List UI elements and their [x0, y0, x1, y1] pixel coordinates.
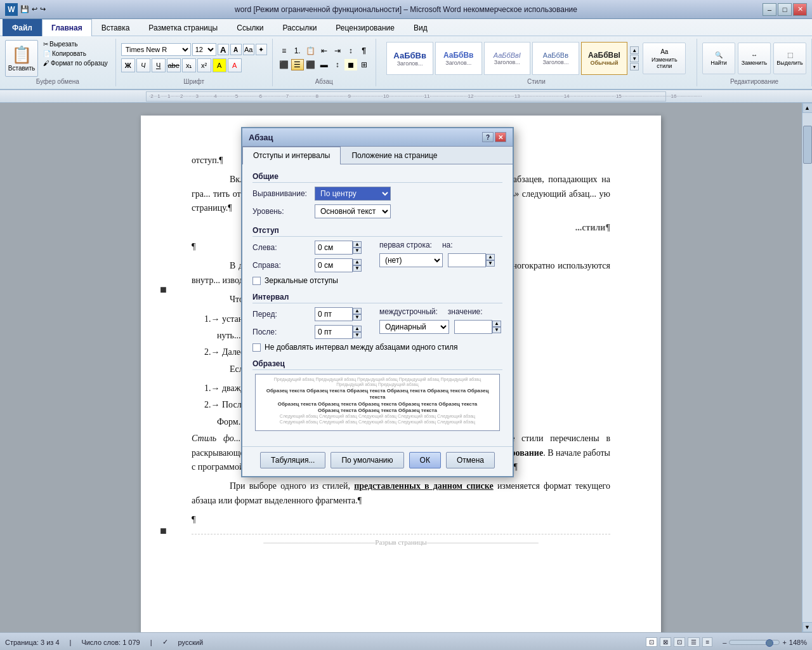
line-spacing-value-input[interactable] — [454, 320, 492, 334]
tab-button[interactable]: Табуляция... — [260, 452, 325, 468]
cut-button[interactable]: ✂ Вырезать — [41, 40, 110, 48]
scroll-up-btn[interactable]: ▲ — [802, 103, 813, 113]
dialog-tab-position[interactable]: Положение на странице — [341, 147, 448, 164]
first-line-select[interactable]: (нет) Отступ Выступ — [379, 253, 443, 267]
after-input[interactable] — [315, 325, 353, 339]
tab-mailings[interactable]: Рассылки — [273, 19, 326, 36]
font-grow-btn[interactable]: A — [218, 44, 229, 55]
sort-btn[interactable]: ↕ — [344, 45, 357, 56]
align-justify-btn[interactable]: ▬ — [318, 59, 331, 70]
scroll-down-btn[interactable]: ▼ — [802, 622, 813, 632]
replace-btn[interactable]: ↔ Заменить — [738, 43, 771, 74]
line-spacing-btn[interactable]: ↕ — [331, 59, 344, 70]
left-indent-spinner[interactable]: ▲ ▼ — [353, 241, 362, 254]
default-button[interactable]: По умолчанию — [331, 452, 403, 468]
ok-button[interactable]: ОК — [409, 452, 441, 468]
dialog-title-bar[interactable]: Абзац ? ✕ — [242, 128, 513, 147]
before-spinner[interactable]: ▲ ▼ — [353, 308, 362, 321]
left-indent-up[interactable]: ▲ — [353, 241, 362, 248]
cancel-button[interactable]: Отмена — [446, 452, 495, 468]
clear-format-btn[interactable]: ✦ — [256, 44, 267, 55]
zoom-slider[interactable]: – + 148% — [723, 639, 807, 646]
first-line-up[interactable]: ▲ — [486, 254, 495, 260]
level-select[interactable]: Основной текст Уровень 1 — [315, 204, 391, 218]
after-up[interactable]: ▲ — [353, 326, 362, 332]
style-heading4[interactable]: АаБбВв Заголов... — [532, 42, 579, 75]
dialog-close-btn[interactable]: ✕ — [495, 132, 506, 142]
borders-btn[interactable]: ⊞ — [358, 59, 370, 70]
font-shrink-btn[interactable]: A — [230, 44, 242, 55]
tab-insert[interactable]: Вставка — [92, 19, 140, 36]
styles-more[interactable]: ▾ — [630, 63, 639, 70]
superscript-btn[interactable]: x² — [197, 58, 211, 72]
right-indent-spinner[interactable]: ▲ ▼ — [353, 259, 362, 272]
vertical-scrollbar[interactable]: ▲ ▼ — [802, 103, 812, 632]
tab-review[interactable]: Рецензирование — [326, 19, 404, 36]
right-indent-input[interactable] — [315, 258, 353, 272]
font-name-select[interactable]: Times New R — [121, 43, 191, 56]
styles-scroll-up[interactable]: ▲ — [630, 46, 639, 54]
paste-button[interactable]: 📋 Вставить — [5, 40, 38, 77]
bold-btn[interactable]: Ж — [121, 58, 135, 72]
font-color-btn[interactable]: А — [228, 58, 242, 72]
zoom-track[interactable] — [729, 640, 780, 645]
subscript-btn[interactable]: x₁ — [182, 58, 196, 72]
right-indent-up[interactable]: ▲ — [353, 259, 362, 265]
font-size-select[interactable]: 12 — [192, 43, 216, 56]
web-view-btn[interactable]: ⊡ — [674, 637, 685, 647]
tab-references[interactable]: Ссылки — [227, 19, 273, 36]
zoom-in-btn[interactable]: + — [782, 639, 786, 646]
style-normal[interactable]: АаБбВвI Обычный — [581, 42, 628, 75]
left-indent-down[interactable]: ▼ — [353, 248, 362, 254]
line-spacing-up[interactable]: ▲ — [492, 321, 501, 327]
tab-file[interactable]: Файл — [3, 19, 42, 36]
style-heading1[interactable]: АаБбВв Заголов... — [386, 42, 433, 75]
first-line-down[interactable]: ▼ — [486, 260, 495, 267]
shading-btn[interactable]: ◼ — [344, 59, 357, 70]
style-heading3[interactable]: АаБбВвI Заголов... — [484, 42, 531, 75]
tab-view[interactable]: Вид — [404, 19, 437, 36]
scroll-track[interactable] — [802, 113, 812, 622]
font-case-btn[interactable]: Aa — [243, 44, 254, 55]
align-left-btn[interactable]: ⬛ — [278, 59, 291, 70]
decrease-indent-btn[interactable]: ⇤ — [318, 45, 331, 56]
close-btn[interactable]: ✕ — [793, 3, 807, 16]
line-spacing-select[interactable]: Одинарный Полуторный Двойной Минимум Точ… — [379, 320, 449, 334]
abzac-dialog[interactable]: Абзац ? ✕ Отступы и интервалы Положение … — [241, 127, 514, 477]
before-down[interactable]: ▼ — [353, 314, 362, 321]
maximize-btn[interactable]: □ — [778, 3, 792, 16]
draft-view-btn[interactable]: ≡ — [702, 637, 712, 647]
before-input[interactable] — [315, 307, 353, 321]
align-right-btn[interactable]: ⬛ — [304, 59, 317, 70]
right-indent-down[interactable]: ▼ — [353, 265, 362, 272]
mirror-indent-checkbox[interactable] — [252, 277, 261, 285]
style-heading2[interactable]: АаБбВв Заголов... — [435, 42, 482, 75]
select-btn[interactable]: ⬚ Выделить — [773, 43, 806, 74]
tab-pagelayout[interactable]: Разметка страницы — [139, 19, 227, 36]
line-spacing-spinner[interactable]: ▲ ▼ — [492, 321, 501, 333]
increase-indent-btn[interactable]: ⇥ — [331, 45, 344, 56]
format-painter-button[interactable]: 🖌 Формат по образцу — [41, 59, 110, 67]
first-line-spinner[interactable]: ▲ ▼ — [486, 254, 495, 267]
tab-home[interactable]: Главная — [42, 19, 92, 36]
dialog-help-btn[interactable]: ? — [482, 132, 494, 142]
first-line-value-input[interactable] — [448, 253, 486, 267]
italic-btn[interactable]: Ч — [136, 58, 150, 72]
quick-redo-btn[interactable]: ↪ — [40, 5, 46, 13]
zoom-out-btn[interactable]: – — [723, 639, 726, 646]
line-spacing-down[interactable]: ▼ — [492, 327, 501, 333]
outline-view-btn[interactable]: ☰ — [688, 637, 700, 647]
after-spinner[interactable]: ▲ ▼ — [353, 326, 362, 338]
highlight-btn[interactable]: А — [213, 58, 226, 72]
quick-save-btn[interactable]: 💾 — [20, 5, 29, 13]
copy-button[interactable]: 📄 Копировать — [41, 50, 110, 58]
align-center-btn[interactable]: ☰ — [291, 59, 304, 70]
show-formatting-btn[interactable]: ¶ — [358, 45, 370, 56]
bullets-btn[interactable]: ≡ — [278, 45, 291, 56]
underline-btn[interactable]: Ч — [152, 58, 166, 72]
quick-undo-btn[interactable]: ↩ — [32, 5, 37, 13]
change-styles-btn[interactable]: Aa Изменить стили — [643, 43, 686, 74]
scroll-thumb[interactable] — [803, 126, 812, 164]
left-indent-input[interactable] — [315, 241, 353, 255]
before-up[interactable]: ▲ — [353, 308, 362, 314]
